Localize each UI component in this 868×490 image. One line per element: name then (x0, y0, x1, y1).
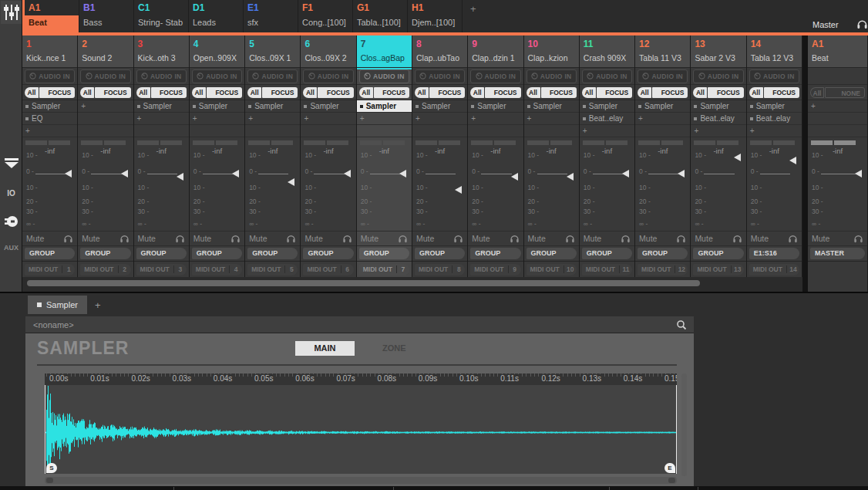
midi-out-button[interactable]: MIDI OUT10 (527, 264, 577, 275)
add-plugin-slot[interactable]: + (301, 113, 355, 125)
headphones-icon[interactable] (175, 234, 185, 243)
channel-header[interactable]: 10Clap..kzion (524, 35, 579, 68)
channel-header[interactable]: 4Open..909X (190, 35, 244, 68)
headphones-icon[interactable] (63, 234, 73, 243)
group-routing-button[interactable]: GROUP (582, 248, 632, 259)
midi-out-button[interactable]: MIDI OUT13 (693, 264, 743, 275)
plugin-strip-button[interactable] (0, 215, 22, 228)
channel-header[interactable]: 2Sound 2 (78, 35, 133, 68)
add-plugin-slot[interactable]: + (22, 125, 77, 137)
audio-in-button[interactable]: AUDIO IN (638, 69, 688, 83)
mute-button[interactable]: Mute (812, 234, 829, 243)
audio-in-button[interactable]: AUDIO IN (582, 69, 632, 83)
headphones-icon[interactable] (732, 234, 742, 243)
focus-button[interactable]: FOCUS (95, 87, 130, 98)
all-button[interactable]: All (415, 87, 429, 98)
all-button[interactable]: All (638, 87, 651, 98)
plugin-slot[interactable]: Sampler (747, 100, 802, 113)
headphones-icon[interactable] (676, 234, 686, 243)
plugin-slot[interactable]: Sampler (412, 100, 467, 113)
all-button[interactable]: All (303, 87, 317, 98)
add-plugin-slot[interactable]: + (134, 113, 189, 125)
channel-header[interactable]: 7Clos..agBap (357, 35, 412, 68)
io-section-button[interactable]: IO (0, 189, 22, 198)
fader-handle[interactable] (177, 173, 183, 181)
all-button[interactable]: All (693, 87, 707, 98)
group-routing-button[interactable]: GROUP (25, 248, 75, 259)
headphones-icon[interactable] (230, 234, 241, 243)
plugin-slot[interactable]: Sampler (245, 100, 300, 113)
plugin-slot[interactable]: Sampler (134, 100, 189, 113)
group-routing-button[interactable]: GROUP (527, 248, 577, 259)
midi-out-button[interactable]: MIDI OUT9 (470, 264, 520, 275)
midi-out-button[interactable]: MIDI OUT1 (25, 264, 75, 275)
group-tab-A1[interactable]: A1Beat (22, 0, 79, 32)
all-button[interactable]: All (527, 87, 540, 98)
fader-handle[interactable] (567, 173, 574, 181)
mute-button[interactable]: Mute (193, 234, 211, 243)
group-tab-H1[interactable]: H1Djem..[100] (408, 0, 463, 32)
group-tab-E1[interactable]: E1sfx (244, 0, 298, 32)
aux-section-button[interactable]: AUX (0, 244, 22, 252)
scrollbar-right-cap[interactable] (668, 478, 675, 483)
collapse-arrow-button[interactable] (0, 158, 22, 169)
plugin-slot[interactable]: Sampler (524, 100, 579, 113)
focus-button[interactable]: FOCUS (374, 87, 409, 98)
fader-handle[interactable] (288, 178, 294, 186)
channel-header[interactable]: 1Kick..nce 1 (22, 35, 77, 68)
headphones-icon[interactable] (621, 234, 631, 243)
fader-handle[interactable] (232, 170, 239, 177)
add-plugin-slot[interactable]: + (468, 113, 523, 125)
fader-handle[interactable] (678, 170, 685, 177)
add-plugin-slot[interactable]: + (691, 125, 745, 137)
add-plugin-slot[interactable]: + (580, 125, 634, 137)
focus-button[interactable]: FOCUS (597, 87, 632, 98)
group-routing-button[interactable]: GROUP (303, 248, 353, 259)
channel-header[interactable]: 5Clos..09X 1 (245, 35, 300, 68)
mixer-h-scrollbar-thumb[interactable] (27, 280, 700, 286)
group-tab-F1[interactable]: F1Cong..[100] (298, 0, 353, 32)
channel-header[interactable]: 12Tabla 11 V3 (635, 35, 690, 68)
group-tab-D1[interactable]: D1Leads (189, 0, 244, 32)
add-plugin-slot[interactable]: + (747, 125, 802, 137)
mute-button[interactable]: Mute (249, 234, 267, 243)
add-plugin-slot[interactable]: + (635, 113, 690, 125)
mute-button[interactable]: Mute (584, 234, 601, 243)
fader-handle[interactable] (399, 170, 406, 177)
scrollbar-left-cap[interactable] (46, 478, 53, 483)
fader-handle[interactable] (511, 173, 518, 181)
group-tab-B1[interactable]: B1Bass (79, 0, 134, 32)
mute-button[interactable]: Mute (528, 234, 546, 243)
add-plugin-slot[interactable]: + (78, 100, 133, 113)
plugin-slot[interactable]: Sampler (301, 100, 355, 113)
headphones-icon[interactable] (398, 234, 408, 243)
midi-out-button[interactable]: MIDI OUT7 (359, 264, 409, 275)
add-plugin-slot[interactable]: + (245, 113, 300, 125)
plugin-tab-sampler[interactable]: Sampler (28, 296, 87, 314)
channel-header[interactable]: 9Clap..dzin 1 (468, 35, 523, 68)
focus-button[interactable]: FOCUS (39, 87, 75, 98)
midi-out-button[interactable]: MIDI OUT6 (303, 264, 353, 275)
mute-button[interactable]: Mute (695, 234, 712, 243)
channel-header[interactable]: A1Beat (808, 35, 867, 68)
focus-button[interactable]: FOCUS (151, 87, 187, 98)
focus-button[interactable]: FOCUS (262, 87, 298, 98)
plugin-slot[interactable]: Sampler (580, 100, 634, 113)
channel-header[interactable]: 6Clos..09X 2 (301, 35, 355, 68)
headphones-icon[interactable] (286, 234, 296, 243)
panel-v-scrollbar[interactable] (681, 373, 687, 476)
plugin-slot[interactable]: Beat..elay (691, 113, 745, 125)
mixer-view-button[interactable] (1, 1, 22, 24)
fader-handle[interactable] (789, 157, 796, 164)
midi-out-button[interactable]: MIDI OUT14 (749, 264, 799, 275)
all-button[interactable]: All (247, 87, 261, 98)
plugin-slot[interactable]: Beat..elay (747, 113, 802, 125)
add-plugin-slot[interactable]: + (190, 113, 244, 125)
fader-handle[interactable] (344, 170, 351, 177)
group-routing-button[interactable]: GROUP (693, 248, 743, 259)
audio-in-button[interactable]: AUDIO IN (247, 69, 298, 83)
group-routing-button[interactable]: E1:S16 (749, 248, 799, 259)
focus-button[interactable]: FOCUS (764, 87, 799, 98)
plugin-slot[interactable]: Sampler (691, 100, 745, 113)
midi-out-button[interactable]: MIDI OUT11 (582, 264, 632, 275)
